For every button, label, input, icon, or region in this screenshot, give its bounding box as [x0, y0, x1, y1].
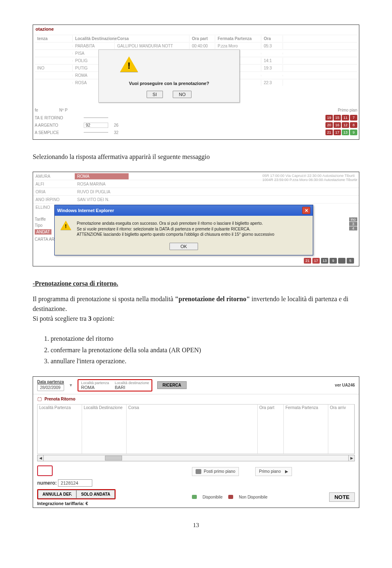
- tariff-val-b: 32: [114, 130, 118, 135]
- figure-confirm-dialog: otazione tenza Località Destinazione Cor…: [33, 25, 359, 140]
- col-loc-part: tenza: [35, 36, 73, 42]
- confirm-dialog: Vuoi proseguire con la prenotazione? SI …: [98, 49, 240, 103]
- cell: [35, 75, 73, 76]
- seat: 21: [325, 130, 333, 135]
- confirm-yes-button[interactable]: SI: [147, 91, 163, 98]
- col-corsa: Corsa: [127, 405, 258, 454]
- annulla-def-button[interactable]: ANNULLA DEF.: [38, 490, 76, 499]
- tariff-val-a: [84, 132, 108, 133]
- booking-icon: [37, 397, 42, 402]
- action-buttons-group: ANNULLA DEF. SOLO ANDATA: [37, 489, 116, 499]
- seat-row: 2117139: [325, 130, 357, 135]
- seat: 17: [334, 130, 341, 135]
- cell: ANO IRPINO: [33, 197, 75, 203]
- integrazione-label: Integrazione tariffaria: €: [37, 501, 184, 506]
- para2-a: Il programma di prenotazione si sposta n…: [33, 295, 175, 302]
- note-button[interactable]: NOTE: [329, 492, 355, 502]
- cell: ORIA: [33, 189, 75, 195]
- seat: 9: [330, 258, 337, 264]
- cell: GALLIPOLI MANDURIA NOTT: [115, 43, 189, 49]
- scroll-thumb[interactable]: [105, 456, 122, 461]
- col-ora: Ora: [261, 36, 283, 42]
- warning-icon: [60, 221, 71, 230]
- ie-msg-line3: ATTENZIONE lasciando il biglietto aperto…: [77, 232, 274, 237]
- cell: ROSA MARINA: [75, 181, 129, 187]
- cell: RUVO DI PUGLIA: [75, 189, 129, 195]
- seat: 11: [342, 115, 349, 121]
- cell: [35, 60, 73, 62]
- fig1-pp-label: Primo pian: [338, 108, 357, 112]
- col-ora-part: Ora part: [189, 36, 215, 42]
- seat: 15: [334, 115, 341, 121]
- close-icon[interactable]: ✕: [302, 207, 310, 214]
- seat-icon: [196, 469, 201, 474]
- h-scrollbar[interactable]: ◀ ▶: [37, 455, 355, 461]
- cell: [35, 53, 73, 54]
- ie-dialog: Windows Internet Explorer ✕ Prenotazione…: [54, 205, 313, 255]
- tariff-label: A SEMPLICE: [35, 130, 84, 135]
- seat: 20: [325, 122, 333, 128]
- seat: 16: [334, 122, 341, 128]
- fig2-andat: ANDAT: [35, 229, 51, 235]
- loc-dest-label: Località destinazione: [115, 381, 149, 385]
- ie-dialog-title: Windows Internet Explorer: [57, 208, 114, 213]
- col-loc-dest: Località Destinazione: [73, 36, 115, 42]
- ok-button[interactable]: OK: [169, 243, 198, 250]
- seat: 7: [350, 115, 357, 121]
- col-loc-dest: Località Destinazione: [82, 405, 127, 454]
- results-list: Località Partenza Località Destinazione …: [37, 404, 355, 454]
- cell: 14:1: [261, 58, 283, 64]
- opt-3: annullare l'intera operazione.: [51, 356, 359, 367]
- loc-part-value[interactable]: ROMA: [81, 385, 109, 390]
- loc-dest-value[interactable]: BARI: [115, 385, 149, 390]
- tariff-row: TA E RITORNO1915117: [35, 114, 357, 121]
- data-partenza-value[interactable]: 28/02/2009: [37, 384, 64, 391]
- seat-row: 2016128: [325, 122, 357, 128]
- col-ora-arriv: Ora arriv: [328, 405, 354, 454]
- primo-piano-label: Primo piano: [259, 469, 281, 474]
- fig1-title: otazione: [33, 25, 359, 33]
- cell: INO: [35, 65, 73, 71]
- tariff-row: A ARGENTO92262016128: [35, 121, 357, 129]
- confirm-dialog-message: Vuoi proseguire con la prenotazione?: [104, 81, 234, 86]
- seat: 12: [342, 122, 349, 128]
- seat: 13: [342, 130, 349, 135]
- solo-andata-button[interactable]: SOLO ANDATA: [76, 490, 114, 499]
- card-slot-icon: [37, 465, 53, 476]
- ie-msg-line1: Prenotazione andata eseguita con success…: [77, 221, 274, 226]
- primo-piano-toggle[interactable]: Primo piano ▶: [255, 467, 292, 476]
- cell: AMURA: [33, 173, 75, 179]
- swatch-available: [192, 495, 197, 499]
- figure-ie-dialog: AMURAROMAALFIROSA MARINAORIARUVO DI PUGL…: [33, 172, 359, 266]
- cell: [261, 53, 283, 54]
- tab-label: Prenota Ritorno: [45, 397, 76, 401]
- ricerca-button[interactable]: RICERCA: [157, 381, 187, 389]
- version-label: ver UA246: [335, 383, 355, 387]
- cell: SAN VITO DEI N.: [75, 197, 129, 203]
- scroll-right-icon[interactable]: ▶: [348, 455, 355, 461]
- cell: P.zza Moro: [215, 43, 261, 49]
- seat: 8: [350, 122, 357, 128]
- opt-2: confermare la prenotazione della sola an…: [51, 345, 359, 356]
- posti-primo-piano[interactable]: Posti primo piano: [192, 467, 239, 476]
- col-loc-part: Località Partenza: [38, 405, 82, 454]
- tab-prenota-ritorno[interactable]: Prenota Ritorno: [33, 394, 359, 404]
- cell: 00:40:00: [189, 43, 215, 49]
- ie-msg-line2: Se si vuole prenotare il ritorno: selezi…: [77, 226, 274, 232]
- svg-rect-0: [38, 398, 42, 401]
- tariff-val-a: 92: [84, 123, 108, 128]
- fig2-tipo: Tipo: [35, 223, 42, 228]
- paragraph-2: Il programma di prenotazione si sposta n…: [33, 294, 359, 324]
- cell: 05:3: [261, 43, 283, 49]
- scroll-left-icon[interactable]: ◀: [37, 455, 44, 461]
- numero-value[interactable]: 2128124: [58, 479, 92, 487]
- ie-dialog-titlebar: Windows Internet Explorer ✕: [55, 205, 313, 216]
- paragraph-1: Selezionando la risposta affermativa app…: [33, 152, 359, 162]
- seat: 21: [304, 258, 311, 264]
- cell: ALFI: [33, 181, 75, 187]
- bg-text: 1004R 23:59:00 P.zza Moro 06:30:00 Autos…: [263, 178, 358, 182]
- confirm-no-button[interactable]: NO: [173, 91, 192, 98]
- tariff-row: A SEMPLICE322117139: [35, 129, 357, 136]
- seat: 9: [350, 130, 357, 135]
- fig1-fe-label: fe: [35, 108, 59, 112]
